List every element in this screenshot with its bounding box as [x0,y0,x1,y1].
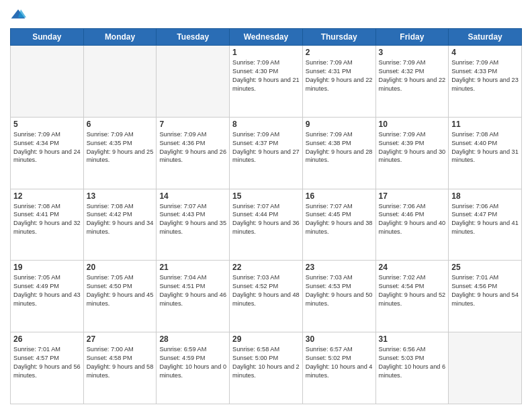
cell-info: Sunrise: 7:08 AMSunset: 4:40 PMDaylight:… [451,130,519,165]
cell-info: Sunrise: 6:57 AMSunset: 5:02 PMDaylight:… [306,345,373,380]
calendar-cell: 28Sunrise: 6:59 AMSunset: 4:59 PMDayligh… [157,332,230,404]
calendar-cell [83,46,157,118]
calendar-cell [449,332,522,404]
cell-info: Sunrise: 7:06 AMSunset: 4:46 PMDaylight:… [379,202,446,237]
cell-info: Sunrise: 6:56 AMSunset: 5:03 PMDaylight:… [379,345,446,380]
day-number: 2 [306,48,373,57]
cell-info: Sunrise: 7:09 AMSunset: 4:39 PMDaylight:… [379,130,446,165]
cell-info: Sunrise: 7:07 AMSunset: 4:44 PMDaylight:… [232,202,300,237]
day-number: 23 [306,263,373,272]
calendar-cell: 22Sunrise: 7:03 AMSunset: 4:52 PMDayligh… [230,261,303,332]
calendar-week-2: 5Sunrise: 7:09 AMSunset: 4:34 PMDaylight… [11,117,522,189]
calendar-cell: 21Sunrise: 7:04 AMSunset: 4:51 PMDayligh… [157,261,230,332]
calendar-cell: 5Sunrise: 7:09 AMSunset: 4:34 PMDaylight… [11,117,84,189]
cell-info: Sunrise: 7:08 AMSunset: 4:41 PMDaylight:… [13,202,81,237]
day-header-friday: Friday [375,29,449,46]
cell-info: Sunrise: 7:02 AMSunset: 4:54 PMDaylight:… [379,273,446,308]
day-number: 10 [379,120,446,129]
calendar-week-4: 19Sunrise: 7:05 AMSunset: 4:49 PMDayligh… [11,261,522,332]
day-number: 7 [159,120,226,129]
calendar-cell: 24Sunrise: 7:02 AMSunset: 4:54 PMDayligh… [375,261,449,332]
calendar-cell: 8Sunrise: 7:09 AMSunset: 4:37 PMDaylight… [230,117,303,189]
day-number: 5 [13,120,81,129]
calendar-cell: 19Sunrise: 7:05 AMSunset: 4:49 PMDayligh… [11,261,84,332]
calendar-cell: 10Sunrise: 7:09 AMSunset: 4:39 PMDayligh… [375,117,449,189]
day-number: 30 [306,334,373,344]
calendar-cell: 11Sunrise: 7:08 AMSunset: 4:40 PMDayligh… [449,117,522,189]
cell-info: Sunrise: 7:09 AMSunset: 4:31 PMDaylight:… [306,58,373,93]
day-number: 13 [87,191,154,201]
cell-info: Sunrise: 7:09 AMSunset: 4:37 PMDaylight:… [232,130,300,165]
calendar-cell: 14Sunrise: 7:07 AMSunset: 4:43 PMDayligh… [157,189,230,261]
day-number: 24 [379,263,446,272]
cell-info: Sunrise: 7:09 AMSunset: 4:30 PMDaylight:… [232,58,300,93]
day-number: 16 [306,191,373,201]
cell-info: Sunrise: 7:09 AMSunset: 4:34 PMDaylight:… [13,130,81,165]
day-number: 17 [379,191,446,201]
cell-info: Sunrise: 7:03 AMSunset: 4:53 PMDaylight:… [306,273,373,308]
cell-info: Sunrise: 7:08 AMSunset: 4:42 PMDaylight:… [87,202,154,237]
calendar-cell: 4Sunrise: 7:09 AMSunset: 4:33 PMDaylight… [449,46,522,118]
calendar-cell: 26Sunrise: 7:01 AMSunset: 4:57 PMDayligh… [11,332,84,404]
cell-info: Sunrise: 7:09 AMSunset: 4:38 PMDaylight:… [306,130,373,165]
calendar-cell: 29Sunrise: 6:58 AMSunset: 5:00 PMDayligh… [230,332,303,404]
day-number: 25 [451,263,519,272]
calendar-cell: 16Sunrise: 7:07 AMSunset: 4:45 PMDayligh… [302,189,375,261]
day-number: 15 [232,191,300,201]
cell-info: Sunrise: 7:01 AMSunset: 4:57 PMDaylight:… [13,345,81,380]
cell-info: Sunrise: 7:01 AMSunset: 4:56 PMDaylight:… [451,273,519,308]
cell-info: Sunrise: 7:09 AMSunset: 4:36 PMDaylight:… [159,130,226,165]
calendar-cell: 18Sunrise: 7:06 AMSunset: 4:47 PMDayligh… [449,189,522,261]
cell-info: Sunrise: 7:05 AMSunset: 4:50 PMDaylight:… [87,273,154,308]
day-number: 11 [451,120,519,129]
cell-info: Sunrise: 7:04 AMSunset: 4:51 PMDaylight:… [159,273,226,308]
day-number: 18 [451,191,519,201]
page: SundayMondayTuesdayWednesdayThursdayFrid… [0,0,532,411]
calendar-cell: 6Sunrise: 7:09 AMSunset: 4:35 PMDaylight… [83,117,157,189]
day-number: 3 [379,48,446,57]
day-number: 8 [232,120,300,129]
calendar-cell: 30Sunrise: 6:57 AMSunset: 5:02 PMDayligh… [302,332,375,404]
day-number: 1 [232,48,300,57]
cell-info: Sunrise: 7:09 AMSunset: 4:35 PMDaylight:… [87,130,154,165]
calendar-cell: 23Sunrise: 7:03 AMSunset: 4:53 PMDayligh… [302,261,375,332]
calendar-cell: 2Sunrise: 7:09 AMSunset: 4:31 PMDaylight… [302,46,375,118]
day-number: 28 [159,334,226,344]
cell-info: Sunrise: 7:00 AMSunset: 4:58 PMDaylight:… [87,345,154,380]
calendar-week-3: 12Sunrise: 7:08 AMSunset: 4:41 PMDayligh… [11,189,522,261]
day-number: 22 [232,263,300,272]
cell-info: Sunrise: 6:59 AMSunset: 4:59 PMDaylight:… [159,345,226,380]
cell-info: Sunrise: 7:03 AMSunset: 4:52 PMDaylight:… [232,273,300,308]
calendar-cell [157,46,230,118]
calendar-cell: 1Sunrise: 7:09 AMSunset: 4:30 PMDaylight… [230,46,303,118]
cell-info: Sunrise: 7:07 AMSunset: 4:45 PMDaylight:… [306,202,373,237]
day-number: 4 [451,48,519,57]
calendar-cell [11,46,84,118]
cell-info: Sunrise: 7:09 AMSunset: 4:33 PMDaylight:… [451,58,519,93]
cell-info: Sunrise: 7:09 AMSunset: 4:32 PMDaylight:… [379,58,446,93]
calendar-week-5: 26Sunrise: 7:01 AMSunset: 4:57 PMDayligh… [11,332,522,404]
day-header-monday: Monday [83,29,157,46]
day-number: 21 [159,263,226,272]
calendar-cell: 17Sunrise: 7:06 AMSunset: 4:46 PMDayligh… [375,189,449,261]
day-header-wednesday: Wednesday [230,29,303,46]
calendar-cell: 31Sunrise: 6:56 AMSunset: 5:03 PMDayligh… [375,332,449,404]
logo [10,7,29,23]
calendar-cell: 7Sunrise: 7:09 AMSunset: 4:36 PMDaylight… [157,117,230,189]
calendar-table: SundayMondayTuesdayWednesdayThursdayFrid… [10,28,522,404]
calendar-cell: 20Sunrise: 7:05 AMSunset: 4:50 PMDayligh… [83,261,157,332]
calendar-cell: 9Sunrise: 7:09 AMSunset: 4:38 PMDaylight… [302,117,375,189]
calendar-cell: 25Sunrise: 7:01 AMSunset: 4:56 PMDayligh… [449,261,522,332]
calendar-cell: 3Sunrise: 7:09 AMSunset: 4:32 PMDaylight… [375,46,449,118]
logo-icon [10,7,26,23]
calendar-cell: 15Sunrise: 7:07 AMSunset: 4:44 PMDayligh… [230,189,303,261]
day-header-thursday: Thursday [302,29,375,46]
day-number: 19 [13,263,81,272]
day-number: 6 [87,120,154,129]
day-number: 14 [159,191,226,201]
day-number: 29 [232,334,300,344]
day-number: 12 [13,191,81,201]
day-header-sunday: Sunday [11,29,84,46]
day-header-tuesday: Tuesday [157,29,230,46]
header [10,7,522,23]
